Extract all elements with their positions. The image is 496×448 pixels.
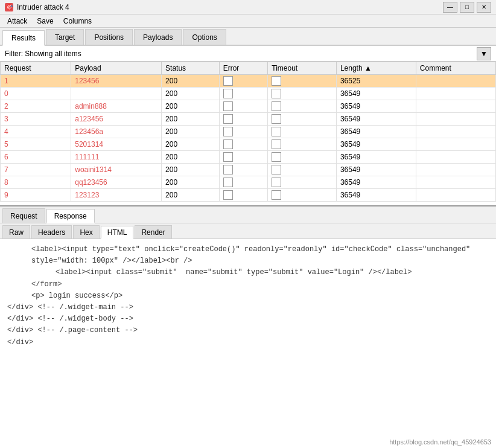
format-tab-html[interactable]: HTML bbox=[101, 226, 134, 239]
table-cell bbox=[219, 164, 268, 176]
table-row[interactable]: 611111120036549 bbox=[1, 151, 496, 164]
checkbox[interactable] bbox=[223, 76, 233, 86]
checkbox[interactable] bbox=[223, 114, 233, 124]
checkbox[interactable] bbox=[272, 127, 281, 136]
checkbox[interactable] bbox=[272, 76, 281, 86]
checkbox[interactable] bbox=[223, 152, 233, 162]
table-row[interactable]: 912312320036549 bbox=[1, 189, 496, 202]
code-line: </div> bbox=[7, 337, 489, 348]
table-row[interactable]: 4123456a20036549 bbox=[1, 126, 496, 138]
format-tab-headers[interactable]: Headers bbox=[31, 225, 72, 238]
filter-label: Filter: Showing all items bbox=[5, 50, 81, 58]
table-cell bbox=[71, 88, 162, 100]
table-cell bbox=[416, 88, 495, 100]
maximize-button[interactable]: □ bbox=[460, 2, 474, 13]
table-cell bbox=[268, 113, 337, 126]
table-cell: 200 bbox=[162, 113, 220, 126]
tab-results[interactable]: Results bbox=[2, 30, 45, 46]
table-cell: qq123456 bbox=[71, 176, 162, 189]
table-row[interactable]: 2admin88820036549 bbox=[1, 100, 496, 113]
menu-item-save[interactable]: Save bbox=[32, 16, 58, 27]
table-cell: 6 bbox=[1, 151, 71, 164]
tab-target[interactable]: Target bbox=[46, 29, 84, 45]
table-cell bbox=[416, 151, 495, 164]
table-cell bbox=[416, 138, 495, 151]
table-row[interactable]: 8qq12345620036549 bbox=[1, 176, 496, 189]
col-header-request[interactable]: Request bbox=[1, 62, 71, 75]
table-row[interactable]: 3a12345620036549 bbox=[1, 113, 496, 126]
tab-positions[interactable]: Positions bbox=[85, 29, 133, 45]
table-cell: 8 bbox=[1, 176, 71, 189]
table-body: 1123456200365250200365492admin8882003654… bbox=[1, 75, 496, 202]
code-line: <p> login success</p> bbox=[7, 290, 489, 302]
main-tabs: ResultsTargetPositionsPayloadsOptions bbox=[0, 28, 496, 46]
col-header-length[interactable]: Length ▲ bbox=[336, 62, 416, 75]
format-tab-raw[interactable]: Raw bbox=[2, 225, 30, 238]
table-cell bbox=[268, 75, 337, 88]
bottom-tab-response[interactable]: Response bbox=[46, 209, 95, 223]
code-line: </div> <!-- /.widget-main --> bbox=[7, 302, 489, 313]
table-cell: 200 bbox=[162, 151, 220, 164]
table-cell: 9 bbox=[1, 189, 71, 202]
tab-payloads[interactable]: Payloads bbox=[134, 29, 182, 45]
checkbox[interactable] bbox=[223, 89, 233, 98]
checkbox[interactable] bbox=[223, 139, 233, 149]
table-cell: 36549 bbox=[336, 164, 416, 176]
table-cell: 123456 bbox=[71, 75, 162, 88]
title-bar: 🎯 Intruder attack 4 — □ ✕ bbox=[0, 0, 496, 14]
table-cell bbox=[219, 88, 268, 100]
checkbox[interactable] bbox=[272, 152, 281, 162]
checkbox[interactable] bbox=[272, 178, 281, 187]
checkbox[interactable] bbox=[223, 190, 233, 200]
minimize-button[interactable]: — bbox=[443, 2, 457, 13]
table-cell bbox=[268, 151, 337, 164]
table-row[interactable]: 112345620036525 bbox=[1, 75, 496, 88]
checkbox[interactable] bbox=[272, 190, 281, 200]
table-cell: 200 bbox=[162, 138, 220, 151]
checkbox[interactable] bbox=[223, 101, 233, 111]
table-cell: 2 bbox=[1, 100, 71, 113]
bottom-tab-request[interactable]: Request bbox=[2, 208, 45, 223]
table-row[interactable]: 020036549 bbox=[1, 88, 496, 100]
code-line: </form> bbox=[7, 279, 489, 290]
table-row[interactable]: 5520131420036549 bbox=[1, 138, 496, 151]
table-cell: 36549 bbox=[336, 113, 416, 126]
col-header-payload[interactable]: Payload bbox=[71, 62, 162, 75]
checkbox[interactable] bbox=[272, 114, 281, 124]
table-header-row: RequestPayloadStatusErrorTimeoutLength ▲… bbox=[1, 62, 496, 75]
checkbox[interactable] bbox=[223, 165, 233, 174]
table-cell bbox=[268, 176, 337, 189]
table-cell: 200 bbox=[162, 164, 220, 176]
checkbox[interactable] bbox=[272, 101, 281, 111]
filter-button[interactable]: ▼ bbox=[477, 47, 491, 60]
format-tab-render[interactable]: Render bbox=[135, 225, 171, 238]
table-cell bbox=[416, 113, 495, 126]
table-cell: 36549 bbox=[336, 126, 416, 138]
table-cell: 4 bbox=[1, 126, 71, 138]
checkbox[interactable] bbox=[272, 139, 281, 149]
menu-item-attack[interactable]: Attack bbox=[2, 16, 32, 27]
checkbox[interactable] bbox=[272, 89, 281, 98]
table-cell bbox=[268, 138, 337, 151]
col-header-status[interactable]: Status bbox=[162, 62, 220, 75]
table-cell: 200 bbox=[162, 75, 220, 88]
col-header-comment[interactable]: Comment bbox=[416, 62, 495, 75]
checkbox[interactable] bbox=[223, 178, 233, 187]
tab-options[interactable]: Options bbox=[183, 29, 226, 45]
table-cell bbox=[416, 176, 495, 189]
format-tab-hex[interactable]: Hex bbox=[73, 225, 99, 238]
table-cell bbox=[219, 138, 268, 151]
table-cell bbox=[268, 126, 337, 138]
table-cell: 0 bbox=[1, 88, 71, 100]
bottom-tabs: RequestResponse bbox=[0, 206, 496, 223]
table-row[interactable]: 7woaini131420036549 bbox=[1, 164, 496, 176]
close-button[interactable]: ✕ bbox=[477, 2, 491, 13]
table-cell: woaini1314 bbox=[71, 164, 162, 176]
checkbox[interactable] bbox=[272, 165, 281, 174]
checkbox[interactable] bbox=[223, 127, 233, 136]
col-header-error[interactable]: Error bbox=[219, 62, 268, 75]
menu-bar: AttackSaveColumns bbox=[0, 14, 496, 28]
table-cell: 36549 bbox=[336, 100, 416, 113]
col-header-timeout[interactable]: Timeout bbox=[268, 62, 337, 75]
menu-item-columns[interactable]: Columns bbox=[59, 16, 97, 27]
